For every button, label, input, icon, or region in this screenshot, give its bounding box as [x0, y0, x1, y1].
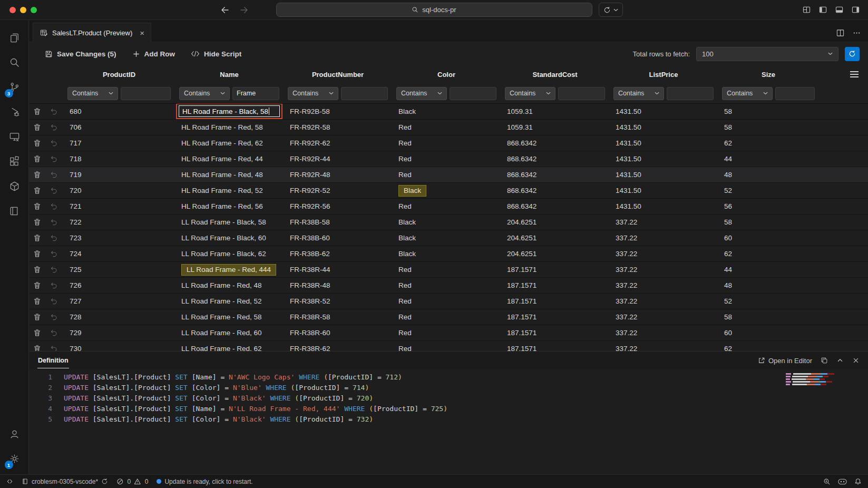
- cell-name[interactable]: LL Road Frame - Red, 58: [175, 309, 284, 325]
- cell-productnumber[interactable]: FR-R92R-44: [284, 151, 392, 167]
- filter-value-input[interactable]: [775, 87, 815, 100]
- cell-listprice[interactable]: 337.22: [609, 262, 718, 278]
- delete-row-button[interactable]: [29, 325, 45, 341]
- cell-standardcost[interactable]: 868.6342: [501, 135, 609, 151]
- column-header-productnumber[interactable]: ProductNumber: [284, 65, 392, 83]
- cell-productid[interactable]: 725: [63, 262, 175, 278]
- cell-name[interactable]: LL Road Frame - Red, 62: [175, 341, 284, 351]
- revert-row-button[interactable]: [45, 199, 63, 214]
- cell-productnumber[interactable]: FR-R38R-62: [284, 341, 392, 351]
- tab-close-icon[interactable]: ×: [140, 29, 144, 37]
- delete-row-button[interactable]: [29, 183, 45, 199]
- cell-productid[interactable]: 726: [63, 278, 175, 294]
- cell-color[interactable]: Black: [392, 246, 501, 262]
- column-header-color[interactable]: Color: [392, 65, 501, 83]
- table-row[interactable]: 721HL Road Frame - Red, 56FR-R92R-56Red8…: [29, 199, 868, 214]
- cell-productnumber[interactable]: FR-R38R-60: [284, 325, 392, 341]
- filter-value-input[interactable]: [450, 87, 496, 100]
- activity-settings[interactable]: 1: [0, 446, 29, 471]
- cell-color[interactable]: Red: [392, 325, 501, 341]
- column-header-listprice[interactable]: ListPrice: [609, 65, 718, 83]
- column-header-size[interactable]: Size: [718, 65, 819, 83]
- revert-row-button[interactable]: [45, 104, 63, 120]
- cell-listprice[interactable]: 337.22: [609, 214, 718, 230]
- cell-color[interactable]: Red: [392, 167, 501, 183]
- cell-standardcost[interactable]: 204.6251: [501, 246, 609, 262]
- total-rows-select[interactable]: 100: [696, 47, 838, 61]
- cell-size[interactable]: 44: [718, 262, 819, 278]
- cell-standardcost[interactable]: 187.1571: [501, 294, 609, 309]
- cell-size[interactable]: 62: [718, 246, 819, 262]
- notifications-bell-icon[interactable]: [854, 478, 862, 485]
- repository-indicator[interactable]: croblesm-0305-vscode*: [22, 478, 108, 485]
- column-header-productid[interactable]: ProductID: [63, 65, 175, 83]
- cell-name[interactable]: HL Road Frame - Black, 58: [175, 104, 284, 120]
- inline-editor-input[interactable]: HL Road Frame - Black, 58: [179, 105, 280, 117]
- filter-value-input[interactable]: [232, 87, 279, 100]
- cell-listprice[interactable]: 1431.50: [609, 199, 718, 214]
- forward-button[interactable]: [239, 5, 249, 15]
- filter-value-input[interactable]: [667, 87, 714, 100]
- revert-row-button[interactable]: [45, 246, 63, 262]
- cell-size[interactable]: 60: [718, 230, 819, 246]
- cell-name[interactable]: HL Road Frame - Red, 58: [175, 120, 284, 135]
- delete-row-button[interactable]: [29, 214, 45, 230]
- column-header-standardcost[interactable]: StandardCost: [501, 65, 609, 83]
- cell-color[interactable]: Black: [392, 104, 501, 120]
- cell-name[interactable]: HL Road Frame - Red, 52: [175, 183, 284, 199]
- cell-size[interactable]: 52: [718, 183, 819, 199]
- cell-listprice[interactable]: 337.22: [609, 341, 718, 351]
- cell-size[interactable]: 56: [718, 199, 819, 214]
- cell-productnumber[interactable]: FR-R38R-44: [284, 262, 392, 278]
- filter-operator-select[interactable]: Contains: [179, 87, 230, 100]
- minimize-window-button[interactable]: [20, 7, 26, 13]
- cell-color[interactable]: Red: [392, 120, 501, 135]
- activity-extensions[interactable]: [0, 149, 29, 174]
- cell-color[interactable]: Red: [392, 294, 501, 309]
- delete-row-button[interactable]: [29, 341, 45, 351]
- cell-name[interactable]: LL Road Frame - Black, 60: [175, 230, 284, 246]
- delete-row-button[interactable]: [29, 262, 45, 278]
- cell-name[interactable]: LL Road Frame - Red, 444: [175, 262, 284, 278]
- activity-source-control[interactable]: 3: [0, 75, 29, 100]
- cell-productid[interactable]: 720: [63, 183, 175, 199]
- cell-color[interactable]: Red: [392, 341, 501, 351]
- cell-productnumber[interactable]: FR-R38R-48: [284, 278, 392, 294]
- toggle-secondary-sidebar-icon[interactable]: [852, 6, 860, 14]
- cell-standardcost[interactable]: 868.6342: [501, 183, 609, 199]
- filter-value-input[interactable]: [121, 87, 171, 100]
- cell-standardcost[interactable]: 187.1571: [501, 341, 609, 351]
- cell-color[interactable]: Red: [392, 278, 501, 294]
- cell-listprice[interactable]: 337.22: [609, 294, 718, 309]
- cell-listprice[interactable]: 1431.50: [609, 151, 718, 167]
- revert-row-button[interactable]: [45, 183, 63, 199]
- cell-color[interactable]: Black: [392, 214, 501, 230]
- cell-standardcost[interactable]: 1059.31: [501, 104, 609, 120]
- activity-database-projects[interactable]: [0, 174, 29, 199]
- cell-productid[interactable]: 722: [63, 214, 175, 230]
- cell-size[interactable]: 60: [718, 325, 819, 341]
- tab-definition[interactable]: Definition: [37, 353, 69, 368]
- delete-row-button[interactable]: [29, 104, 45, 120]
- table-row[interactable]: 706HL Road Frame - Red, 58FR-R92R-58Red1…: [29, 120, 868, 135]
- cell-listprice[interactable]: 1431.50: [609, 183, 718, 199]
- cell-standardcost[interactable]: 1059.31: [501, 120, 609, 135]
- table-row[interactable]: 724LL Road Frame - Black, 62FR-R38B-62Bl…: [29, 246, 868, 262]
- cell-size[interactable]: 62: [718, 341, 819, 351]
- activity-accounts[interactable]: [0, 422, 29, 446]
- cell-productid[interactable]: 727: [63, 294, 175, 309]
- cell-productid[interactable]: 719: [63, 167, 175, 183]
- cell-productnumber[interactable]: FR-R92R-48: [284, 167, 392, 183]
- cell-listprice[interactable]: 337.22: [609, 309, 718, 325]
- cell-size[interactable]: 52: [718, 294, 819, 309]
- toggle-sidebar-icon[interactable]: [819, 6, 827, 14]
- cell-name[interactable]: LL Road Frame - Black, 62: [175, 246, 284, 262]
- table-row[interactable]: 730LL Road Frame - Red, 62FR-R38R-62Red1…: [29, 341, 868, 351]
- cell-productnumber[interactable]: FR-R92R-56: [284, 199, 392, 214]
- cell-productnumber[interactable]: FR-R38B-62: [284, 246, 392, 262]
- refresh-dropdown-button[interactable]: [599, 3, 623, 17]
- cell-color[interactable]: Red: [392, 135, 501, 151]
- table-row[interactable]: 727LL Road Frame - Red, 52FR-R38R-52Red1…: [29, 294, 868, 309]
- cell-listprice[interactable]: 337.22: [609, 246, 718, 262]
- filter-operator-select[interactable]: Contains: [613, 87, 664, 100]
